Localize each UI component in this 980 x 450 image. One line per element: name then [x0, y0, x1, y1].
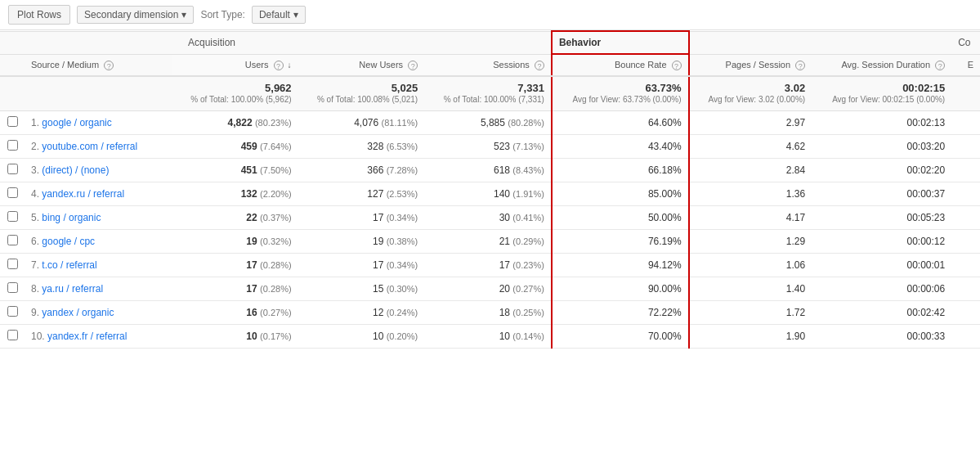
row-conversion [951, 277, 980, 301]
row-users: 17 (0.28%) [172, 254, 298, 277]
source-medium-link[interactable]: (direct) / (none) [42, 164, 109, 176]
row-pages-session: 1.36 [689, 182, 812, 206]
row-bounce-rate: 66.18% [552, 159, 689, 182]
row-checkbox-input[interactable] [7, 282, 18, 293]
row-number: 9. [31, 307, 39, 318]
row-source-medium: 10. yandex.fr / referral [25, 325, 172, 349]
table-row: 5. bing / organic 22 (0.37%) 17 (0.34%) … [0, 206, 980, 230]
toolbar: Plot Rows Secondary dimension ▾ Sort Typ… [0, 0, 980, 30]
totals-row: 5,962 % of Total: 100.00% (5,962) 5,025 … [0, 76, 980, 111]
source-medium-link[interactable]: google / cpc [42, 236, 95, 247]
users-sort-icon: ↓ [288, 61, 292, 70]
row-conversion [951, 230, 980, 254]
row-new-users: 328 (6.53%) [298, 135, 425, 159]
row-number: 5. [31, 212, 39, 223]
conversion-section-header: Co [951, 31, 980, 54]
source-medium-link[interactable]: google / organic [42, 117, 111, 128]
row-checkbox-input[interactable] [7, 116, 18, 127]
row-conversion [951, 111, 980, 135]
source-medium-help-icon[interactable]: ? [104, 61, 114, 70]
row-number: 2. [31, 141, 39, 152]
row-checkbox[interactable] [0, 135, 25, 159]
totals-bounce-rate-cell: 63.73% Avg for View: 63.73% (0.00%) [552, 76, 689, 111]
row-number: 6. [31, 236, 39, 247]
totals-conversion-cell [951, 76, 980, 111]
totals-checkbox-cell [0, 76, 25, 111]
source-medium-link[interactable]: t.co / referral [42, 259, 96, 271]
row-checkbox[interactable] [0, 325, 25, 349]
new-users-help-icon[interactable]: ? [408, 61, 418, 70]
row-pages-session: 1.90 [689, 325, 812, 349]
source-medium-link[interactable]: youtube.com / referral [42, 141, 137, 152]
row-avg-session: 00:02:20 [812, 159, 951, 182]
avg-session-help-icon[interactable]: ? [935, 61, 945, 70]
pages-session-col-header[interactable]: Pages / Session ? [689, 54, 812, 76]
bounce-rate-help-icon[interactable]: ? [672, 61, 682, 70]
totals-pages-session-cell: 3.02 Avg for View: 3.02 (0.00%) [689, 76, 812, 111]
sessions-help-icon[interactable]: ? [535, 61, 544, 70]
avg-session-col-header[interactable]: Avg. Session Duration ? [812, 54, 951, 76]
sessions-col-header[interactable]: Sessions ? [424, 54, 552, 76]
row-source-medium: 6. google / cpc [25, 230, 172, 254]
pages-session-help-icon[interactable]: ? [795, 61, 805, 70]
row-checkbox-input[interactable] [7, 211, 18, 222]
row-avg-session: 00:02:42 [812, 301, 951, 325]
totals-sessions-cell: 7,331 % of Total: 100.00% (7,331) [424, 76, 552, 111]
row-number: 7. [31, 259, 39, 271]
users-help-icon[interactable]: ? [274, 61, 284, 70]
row-source-medium: 3. (direct) / (none) [25, 159, 172, 182]
source-medium-col-header: Source / Medium ? [25, 54, 172, 76]
row-sessions: 5,885 (80.28%) [424, 111, 552, 135]
row-checkbox[interactable] [0, 277, 25, 301]
row-checkbox[interactable] [0, 159, 25, 182]
data-table: Acquisition Behavior Co Source / Medium … [0, 30, 980, 349]
row-avg-session: 00:00:37 [812, 182, 951, 206]
pages-session-spacer [689, 31, 812, 54]
row-checkbox[interactable] [0, 230, 25, 254]
row-number: 1. [31, 117, 39, 128]
row-number: 4. [31, 188, 39, 200]
row-bounce-rate: 85.00% [552, 182, 689, 206]
row-checkbox[interactable] [0, 182, 25, 206]
row-source-medium: 1. google / organic [25, 111, 172, 135]
row-sessions: 30 (0.41%) [424, 206, 552, 230]
row-checkbox-input[interactable] [7, 235, 18, 245]
row-checkbox-input[interactable] [7, 187, 18, 198]
row-new-users: 17 (0.34%) [298, 206, 425, 230]
row-new-users: 4,076 (81.11%) [298, 111, 425, 135]
row-number: 10. [31, 331, 45, 342]
plot-rows-button[interactable]: Plot Rows [8, 5, 70, 25]
row-checkbox-input[interactable] [7, 330, 18, 340]
row-checkbox[interactable] [0, 206, 25, 230]
row-bounce-rate: 90.00% [552, 277, 689, 301]
source-medium-link[interactable]: yandex / organic [42, 307, 114, 318]
row-bounce-rate: 72.22% [552, 301, 689, 325]
row-checkbox-input[interactable] [7, 259, 18, 269]
sort-type-select[interactable]: Default ▾ [252, 6, 306, 24]
row-users: 22 (0.37%) [172, 206, 298, 230]
table-row: 10. yandex.fr / referral 10 (0.17%) 10 (… [0, 325, 980, 349]
secondary-dimension-select[interactable]: Secondary dimension ▾ [77, 6, 194, 24]
conversion-col-header: E [951, 54, 980, 76]
row-number: 3. [31, 164, 39, 176]
row-avg-session: 00:02:13 [812, 111, 951, 135]
row-checkbox[interactable] [0, 254, 25, 277]
row-source-medium: 4. yandex.ru / referral [25, 182, 172, 206]
source-medium-link[interactable]: ya.ru / referral [42, 283, 103, 295]
row-checkbox-input[interactable] [7, 164, 18, 174]
row-checkbox[interactable] [0, 301, 25, 325]
row-pages-session: 4.62 [689, 135, 812, 159]
row-new-users: 15 (0.30%) [298, 277, 425, 301]
users-col-header[interactable]: Users ? ↓ [172, 54, 298, 76]
row-checkbox-input[interactable] [7, 140, 18, 151]
source-medium-link[interactable]: bing / organic [42, 212, 101, 223]
row-avg-session: 00:00:01 [812, 254, 951, 277]
bounce-rate-col-header[interactable]: Bounce Rate ? [552, 54, 689, 76]
source-medium-link[interactable]: yandex.ru / referral [42, 188, 124, 200]
source-medium-link[interactable]: yandex.fr / referral [47, 331, 127, 342]
row-checkbox-input[interactable] [7, 306, 18, 317]
row-checkbox[interactable] [0, 111, 25, 135]
row-pages-session: 2.84 [689, 159, 812, 182]
row-source-medium: 8. ya.ru / referral [25, 277, 172, 301]
new-users-col-header[interactable]: New Users ? [298, 54, 425, 76]
